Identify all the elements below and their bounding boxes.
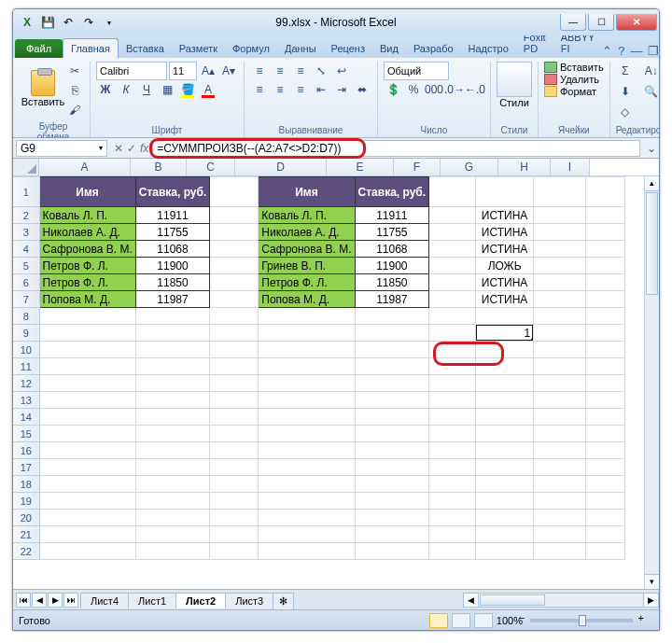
save-icon[interactable]: 💾 xyxy=(39,14,56,31)
scrollbar-thumb[interactable] xyxy=(646,192,658,295)
align-right-icon[interactable]: ≡ xyxy=(291,80,310,99)
row-header[interactable]: 1 xyxy=(13,177,39,207)
italic-button[interactable]: К xyxy=(117,80,135,99)
scroll-down-icon[interactable]: ▾ xyxy=(645,574,659,589)
cell[interactable]: Гринев В. П. xyxy=(259,258,355,274)
row-header[interactable]: 4 xyxy=(13,241,39,258)
bold-button[interactable]: Ж xyxy=(96,80,115,99)
cell[interactable]: Коваль Л. П. xyxy=(259,207,355,224)
sheet-tab[interactable]: Лист1 xyxy=(128,593,176,608)
col-header[interactable]: D xyxy=(235,159,327,175)
cell[interactable]: Попова М. Д. xyxy=(259,291,355,308)
prev-sheet-icon[interactable]: ◀ xyxy=(32,593,47,608)
row-header[interactable]: 3 xyxy=(13,224,39,241)
insert-function-icon[interactable]: fx xyxy=(140,142,148,155)
tab-developer[interactable]: Разрабо xyxy=(406,39,461,58)
cell[interactable] xyxy=(534,177,586,207)
select-all-button[interactable] xyxy=(13,159,39,175)
autosum-icon[interactable]: Σ xyxy=(616,62,635,80)
cell[interactable]: 11755 xyxy=(355,224,429,241)
cell[interactable]: Николаев А. Д. xyxy=(39,224,135,241)
delete-cells-button[interactable]: Удалить xyxy=(544,74,604,85)
tab-addins[interactable]: Надстро xyxy=(461,39,516,58)
zoom-slider[interactable] xyxy=(530,619,633,622)
align-middle-icon[interactable]: ≡ xyxy=(271,62,289,80)
col-header[interactable]: F xyxy=(394,159,441,175)
tab-formulas[interactable]: Формул xyxy=(225,39,277,58)
cell[interactable]: ЛОЖЬ xyxy=(476,258,534,274)
decrease-decimal-icon[interactable]: ←.0 xyxy=(466,80,484,99)
cell[interactable]: ИСТИНА xyxy=(476,274,534,291)
row-header[interactable]: 2 xyxy=(13,207,39,224)
cell[interactable]: Имя xyxy=(259,177,355,207)
cell[interactable]: Имя xyxy=(39,177,135,207)
font-color-icon[interactable]: A xyxy=(199,80,217,99)
align-top-icon[interactable]: ≡ xyxy=(250,62,269,80)
scroll-left-icon[interactable]: ◀ xyxy=(464,594,479,607)
wrap-text-icon[interactable]: ↩ xyxy=(332,62,351,80)
paste-button[interactable]: Вставить xyxy=(22,62,63,116)
qat-dropdown-icon[interactable]: ▾ xyxy=(101,14,118,31)
new-sheet-button[interactable]: ✻ xyxy=(273,593,294,609)
cell[interactable] xyxy=(429,177,476,207)
view-page-layout-icon[interactable] xyxy=(452,613,470,628)
grow-font-icon[interactable]: A▴ xyxy=(199,62,217,80)
percent-icon[interactable]: % xyxy=(404,80,423,99)
fill-icon[interactable]: ⬇ xyxy=(616,82,635,101)
col-header[interactable]: I xyxy=(551,159,590,175)
borders-icon[interactable]: ▦ xyxy=(158,80,176,99)
tab-home[interactable]: Главная xyxy=(63,38,119,58)
col-header[interactable]: H xyxy=(498,159,551,175)
row-header[interactable]: 5 xyxy=(13,258,39,274)
sheet-tab[interactable]: Лист4 xyxy=(80,593,129,608)
cell[interactable]: Петров Ф. Л. xyxy=(39,258,135,274)
font-name-select[interactable]: Calibri xyxy=(96,62,167,80)
cell[interactable]: Сафронова В. М. xyxy=(39,241,135,258)
col-header[interactable]: G xyxy=(441,159,498,175)
row-header[interactable]: 7 xyxy=(13,291,39,308)
fill-color-icon[interactable]: 🪣 xyxy=(178,80,197,99)
cell[interactable]: 11068 xyxy=(135,241,210,258)
cell[interactable]: Попова М. Д. xyxy=(39,291,135,308)
scrollbar-thumb[interactable] xyxy=(480,594,545,606)
tab-review[interactable]: Реценз xyxy=(324,39,372,58)
number-format-select[interactable]: Общий xyxy=(384,62,449,80)
tab-view[interactable]: Вид xyxy=(372,39,406,58)
cell[interactable]: ИСТИНА xyxy=(476,291,534,308)
cell[interactable] xyxy=(210,177,259,207)
cell[interactable]: Коваль Л. П. xyxy=(39,207,135,224)
scroll-right-icon[interactable]: ▶ xyxy=(643,594,658,607)
underline-button[interactable]: Ч xyxy=(137,80,156,99)
redo-icon[interactable]: ↷ xyxy=(80,14,97,31)
minimize-button[interactable]: — xyxy=(560,14,586,31)
formula-bar[interactable]: =СУММПРОИЗВ(--(A2:A7<>D2:D7)) xyxy=(152,140,640,157)
grid-body[interactable]: 1 Имя Ставка, руб. Имя Ставка, руб. 2Ков… xyxy=(13,176,659,589)
align-bottom-icon[interactable]: ≡ xyxy=(291,62,310,80)
cell[interactable]: Петров Ф. Л. xyxy=(259,274,355,291)
tab-data[interactable]: Данны xyxy=(277,39,324,58)
cell[interactable] xyxy=(586,177,625,207)
close-button[interactable]: ✕ xyxy=(616,14,657,31)
increase-indent-icon[interactable]: ⇥ xyxy=(332,80,351,99)
cell[interactable]: 11755 xyxy=(135,224,210,241)
tab-insert[interactable]: Вставка xyxy=(119,39,172,58)
col-header[interactable]: A xyxy=(39,159,131,175)
active-cell[interactable]: 1 xyxy=(476,325,534,342)
copy-icon[interactable]: ⎘ xyxy=(65,81,84,100)
view-page-break-icon[interactable] xyxy=(474,613,493,628)
clear-icon[interactable]: ◇ xyxy=(616,103,635,121)
col-header[interactable]: E xyxy=(327,159,394,175)
cell[interactable]: 11987 xyxy=(135,291,210,308)
cell[interactable]: 11900 xyxy=(135,258,210,274)
cell[interactable]: ИСТИНА xyxy=(476,224,534,241)
enter-formula-icon[interactable]: ✓ xyxy=(127,142,136,155)
horizontal-scrollbar[interactable]: ◀ ▶ xyxy=(463,593,659,608)
currency-icon[interactable]: 💲 xyxy=(384,80,402,99)
cell[interactable]: 11068 xyxy=(355,241,429,258)
format-painter-icon[interactable]: 🖌 xyxy=(65,101,84,119)
decrease-indent-icon[interactable]: ⇤ xyxy=(312,80,330,99)
cell[interactable]: Ставка, руб. xyxy=(355,177,429,207)
align-center-icon[interactable]: ≡ xyxy=(271,80,289,99)
zoom-thumb[interactable] xyxy=(579,615,586,626)
tab-file[interactable]: Файл xyxy=(15,39,63,58)
